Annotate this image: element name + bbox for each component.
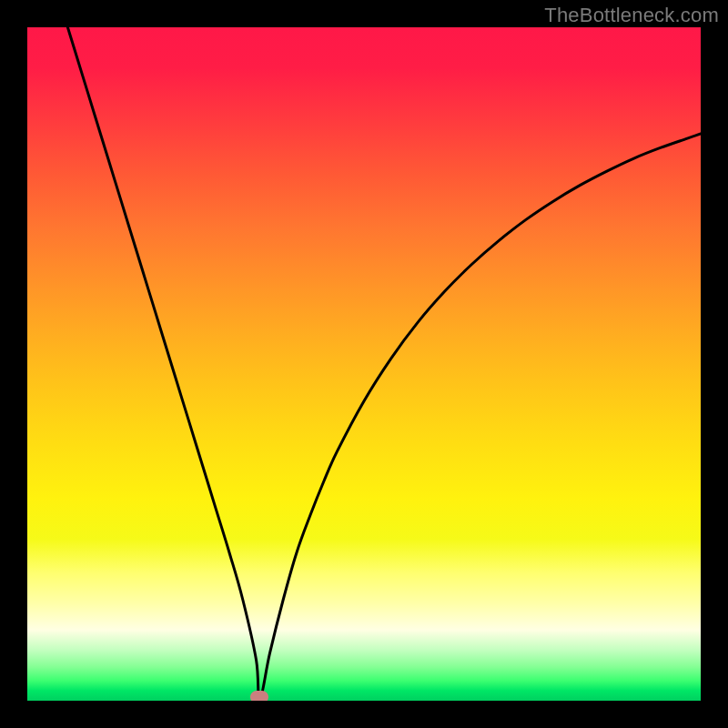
minimum-marker bbox=[250, 691, 268, 701]
bottleneck-curve bbox=[67, 27, 701, 701]
plot-area bbox=[27, 27, 701, 701]
chart-frame: TheBottleneck.com bbox=[0, 0, 728, 728]
watermark-text: TheBottleneck.com bbox=[544, 4, 719, 27]
curve-svg bbox=[27, 27, 701, 701]
